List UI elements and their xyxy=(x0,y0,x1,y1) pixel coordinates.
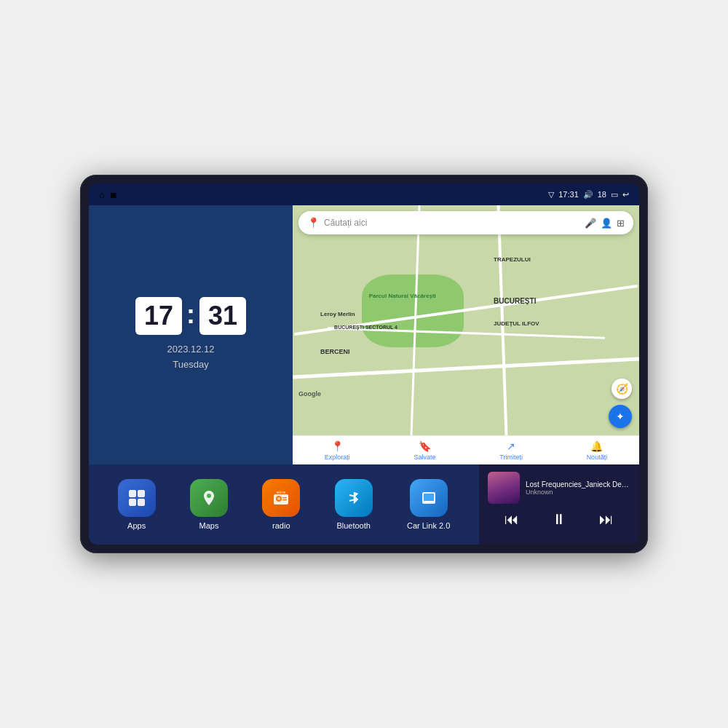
news-icon: 🔔 xyxy=(590,440,603,452)
music-track-info: Lost Frequencies_Janieck Devy-... Unknow… xyxy=(488,472,630,504)
status-bar: ⌂ ◙ ▽ 17:31 🔊 18 ▭ ↩ xyxy=(89,183,639,205)
clock-minute: 31 xyxy=(199,297,246,335)
svg-rect-1 xyxy=(138,490,145,497)
tablet-device: ⌂ ◙ ▽ 17:31 🔊 18 ▭ ↩ 17 : xyxy=(80,175,648,553)
maps-label: Maps xyxy=(199,521,219,530)
top-row: 17 : 31 2023.12.12 Tuesday 📍 Căutați aic… xyxy=(89,205,639,464)
svg-rect-0 xyxy=(129,490,136,497)
map-search-input[interactable]: Căutați aici xyxy=(324,218,580,228)
explore-icon: 📍 xyxy=(331,440,344,452)
app-icon-apps[interactable]: Apps xyxy=(118,479,156,530)
map-compass-button[interactable]: 🧭 xyxy=(612,379,632,399)
location-icon: ▽ xyxy=(548,190,554,199)
bluetooth-icon-img xyxy=(335,479,373,517)
map-label-park: Parcul Natural Văcărești xyxy=(369,293,436,299)
clock-display: 17 : 31 xyxy=(135,297,246,335)
home-icon[interactable]: ⌂ xyxy=(99,189,105,200)
volume-icon: 🔊 xyxy=(583,190,593,199)
svg-rect-9 xyxy=(282,499,287,501)
map-bottom-bar: 📍 Explorați 🔖 Salvate ↗ Trimiteți 🔔 xyxy=(293,435,639,464)
map-background: Parcul Natural Văcărești Leroy Merlin BU… xyxy=(293,205,639,435)
map-search-bar[interactable]: 📍 Căutați aici 🎤 👤 ⊞ xyxy=(298,211,633,234)
map-widget[interactable]: 📍 Căutați aici 🎤 👤 ⊞ xyxy=(293,205,639,464)
status-time: 17:31 xyxy=(558,190,579,199)
app-icon-maps[interactable]: Maps xyxy=(190,479,228,530)
svg-rect-13 xyxy=(424,494,434,501)
map-label-berceni: BERCENI xyxy=(320,348,350,355)
apps-area: Apps Maps xyxy=(89,464,479,545)
app-icon-radio[interactable]: FM radio xyxy=(262,479,300,530)
grid-icon[interactable]: ⊞ xyxy=(617,218,625,229)
radio-icon-img: FM xyxy=(262,479,300,517)
status-left-icons: ⌂ ◙ xyxy=(99,189,116,200)
battery-icon: ▭ xyxy=(611,190,618,199)
map-nav-news[interactable]: 🔔 Noutăți xyxy=(587,440,608,461)
svg-rect-8 xyxy=(282,497,287,499)
music-controls: ⏮ ⏸ ⏭ xyxy=(488,508,630,531)
map-label-ilfov: JUDEȚUL ILFOV xyxy=(494,320,539,327)
map-google-logo: Google xyxy=(298,390,321,397)
map-location-button[interactable]: ✦ xyxy=(609,405,632,428)
svg-point-4 xyxy=(207,494,211,498)
music-player: Lost Frequencies_Janieck Devy-... Unknow… xyxy=(479,464,639,545)
carlink-icon-img xyxy=(410,479,448,517)
map-pin-icon: 📍 xyxy=(307,217,320,229)
account-icon[interactable]: 👤 xyxy=(601,218,612,229)
map-nav-send[interactable]: ↗ Trimiteți xyxy=(499,440,523,461)
music-info: Lost Frequencies_Janieck Devy-... Unknow… xyxy=(526,480,630,496)
saved-label: Salvate xyxy=(414,454,436,461)
news-label: Noutăți xyxy=(587,454,608,461)
status-right-icons: ▽ 17:31 🔊 18 ▭ ↩ xyxy=(548,190,629,199)
radio-label: radio xyxy=(272,521,290,530)
map-label-trap: TRAPEZULUI xyxy=(494,256,531,263)
back-icon[interactable]: ↩ xyxy=(622,190,629,199)
map-label-leroy: Leroy Merlin xyxy=(320,311,355,317)
bluetooth-label: Bluetooth xyxy=(336,521,370,530)
map-road-h3 xyxy=(293,357,639,379)
clock-date: 2023.12.12 Tuesday xyxy=(167,342,214,373)
maps-icon-img xyxy=(190,479,228,517)
map-search-actions: 🎤 👤 ⊞ xyxy=(585,218,625,229)
bottom-row: Apps Maps xyxy=(89,464,639,545)
prev-track-button[interactable]: ⏮ xyxy=(499,508,525,531)
mic-icon[interactable]: 🎤 xyxy=(585,218,596,229)
music-artist: Unknown xyxy=(526,488,630,496)
apps-icon-img xyxy=(118,479,156,517)
svg-rect-3 xyxy=(138,499,145,506)
maps-icon[interactable]: ◙ xyxy=(111,189,116,200)
send-label: Trimiteți xyxy=(499,454,523,461)
svg-text:FM: FM xyxy=(279,490,284,494)
app-icon-bluetooth[interactable]: Bluetooth xyxy=(335,479,373,530)
clock-hour: 17 xyxy=(135,297,182,335)
svg-point-7 xyxy=(277,497,280,500)
map-label-sector4: BUCUREȘTI SECTORUL 4 xyxy=(334,325,397,330)
play-pause-button[interactable]: ⏸ xyxy=(546,508,572,531)
clock-colon: : xyxy=(186,301,195,328)
map-label-buc: BUCUREȘTI xyxy=(494,297,536,305)
send-icon: ↗ xyxy=(507,440,515,452)
apps-label: Apps xyxy=(127,521,146,530)
next-track-button[interactable]: ⏭ xyxy=(593,508,620,531)
svg-rect-14 xyxy=(425,501,432,502)
music-title: Lost Frequencies_Janieck Devy-... xyxy=(526,480,630,488)
saved-icon: 🔖 xyxy=(419,440,431,452)
map-nav-explore[interactable]: 📍 Explorați xyxy=(325,440,350,461)
signal-strength: 18 xyxy=(598,190,606,199)
main-area: 17 : 31 2023.12.12 Tuesday 📍 Căutați aic… xyxy=(89,205,639,545)
app-icon-carlink[interactable]: Car Link 2.0 xyxy=(407,479,450,530)
explore-label: Explorați xyxy=(325,454,350,461)
svg-rect-2 xyxy=(129,499,136,506)
carlink-label: Car Link 2.0 xyxy=(407,521,450,530)
screen: ⌂ ◙ ▽ 17:31 🔊 18 ▭ ↩ 17 : xyxy=(89,183,639,545)
album-face xyxy=(488,472,520,504)
map-nav-saved[interactable]: 🔖 Salvate xyxy=(414,440,436,461)
music-album-art xyxy=(488,472,520,504)
clock-widget: 17 : 31 2023.12.12 Tuesday xyxy=(89,205,293,464)
